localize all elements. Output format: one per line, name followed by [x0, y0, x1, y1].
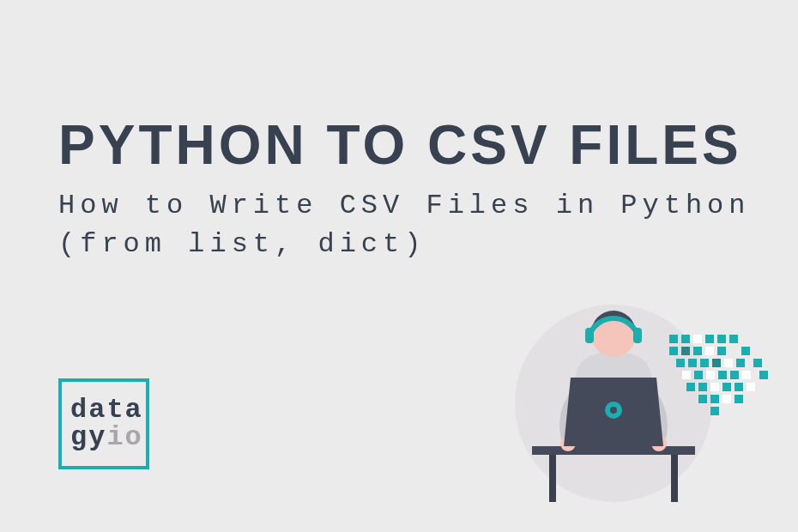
svg-rect-29 [710, 383, 719, 391]
logo-line2-right: io [106, 424, 142, 451]
svg-rect-14 [688, 359, 697, 367]
svg-rect-12 [741, 347, 750, 355]
svg-rect-23 [718, 371, 727, 379]
svg-rect-39 [549, 455, 556, 502]
svg-rect-25 [742, 371, 751, 379]
logo-line1: data [70, 396, 143, 424]
logo: data gyio [58, 378, 149, 469]
page-subtitle: How to Write CSV Files in Python (from l… [58, 187, 798, 264]
page-title: PYTHON TO CSV FILES [58, 113, 742, 177]
svg-rect-16 [712, 359, 721, 367]
svg-rect-34 [710, 395, 719, 403]
svg-rect-33 [698, 395, 707, 403]
svg-rect-9 [693, 347, 702, 355]
svg-rect-32 [747, 383, 755, 391]
svg-rect-13 [676, 359, 685, 367]
svg-rect-28 [698, 383, 707, 391]
svg-rect-8 [681, 347, 690, 355]
svg-rect-36 [735, 395, 743, 403]
svg-rect-5 [717, 335, 726, 343]
svg-rect-2 [681, 335, 690, 343]
svg-rect-18 [736, 359, 745, 367]
svg-rect-1 [669, 335, 678, 343]
logo-line2-left: gy [70, 424, 106, 451]
svg-rect-40 [671, 455, 678, 502]
svg-rect-22 [706, 371, 715, 379]
svg-rect-37 [710, 407, 719, 415]
svg-rect-20 [682, 371, 691, 379]
svg-rect-26 [759, 371, 768, 379]
svg-rect-35 [722, 395, 731, 403]
programmer-illustration [489, 300, 772, 506]
svg-rect-31 [735, 383, 743, 391]
svg-point-47 [610, 407, 617, 414]
svg-rect-19 [753, 359, 762, 367]
logo-line2: gyio [70, 424, 143, 451]
svg-rect-7 [669, 347, 678, 355]
svg-rect-45 [633, 328, 642, 343]
svg-rect-38 [532, 446, 695, 455]
svg-rect-44 [585, 328, 594, 343]
svg-rect-3 [693, 335, 702, 343]
svg-rect-6 [729, 335, 738, 343]
svg-rect-10 [705, 347, 714, 355]
svg-rect-27 [686, 383, 695, 391]
svg-rect-11 [717, 347, 726, 355]
svg-rect-30 [722, 383, 731, 391]
svg-rect-21 [694, 371, 703, 379]
svg-rect-17 [724, 359, 733, 367]
svg-rect-15 [700, 359, 709, 367]
svg-rect-24 [730, 371, 739, 379]
svg-rect-4 [705, 335, 714, 343]
